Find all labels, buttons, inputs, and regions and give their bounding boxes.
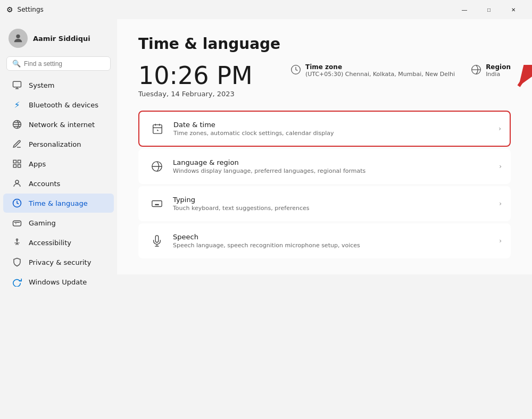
- svg-point-0: [16, 35, 20, 38]
- chevron-icon-typing: ›: [499, 200, 502, 207]
- time-info: Time zone (UTC+05:30) Chennai, Kolkata, …: [290, 63, 511, 78]
- bluetooth-icon: ⚡: [12, 99, 22, 110]
- main-wrapper: Time & language 10:26 PM Tuesday, 14 Feb…: [117, 19, 532, 419]
- sidebar-item-privacy-security[interactable]: Privacy & security: [3, 253, 114, 272]
- svg-rect-6: [18, 160, 21, 163]
- apps-icon: [12, 158, 22, 169]
- setting-desc-typing: Touch keyboard, text suggestions, prefer…: [173, 205, 499, 212]
- gaming-icon: [12, 217, 22, 228]
- region-icon: [471, 64, 481, 77]
- settings-list: Date & time Time zones, automatic clock …: [138, 111, 511, 258]
- main-content: Time & language 10:26 PM Tuesday, 14 Feb…: [117, 19, 532, 274]
- sidebar-item-network[interactable]: Network & internet: [3, 115, 114, 134]
- maximize-button[interactable]: □: [477, 1, 501, 18]
- sidebar-item-bluetooth[interactable]: ⚡ Bluetooth & devices: [3, 95, 114, 114]
- setting-title-speech: Speech: [173, 233, 499, 241]
- accessibility-icon: [12, 237, 22, 248]
- user-name: Aamir Siddiqui: [33, 35, 90, 43]
- sidebar-label-time-language: Time & language: [29, 199, 88, 207]
- setting-desc-speech: Speech language, speech recognition micr…: [173, 242, 499, 249]
- sidebar-label-bluetooth: Bluetooth & devices: [29, 101, 98, 109]
- window-title: Settings: [18, 6, 44, 13]
- title-bar: ⚙ Settings — □ ✕: [0, 0, 532, 19]
- minimize-button[interactable]: —: [452, 1, 477, 18]
- setting-card-speech[interactable]: Speech Speech language, speech recogniti…: [138, 223, 511, 258]
- timezone-value: (UTC+05:30) Chennai, Kolkata, Mumbai, Ne…: [305, 71, 455, 78]
- region-label: Region: [486, 63, 511, 71]
- chevron-icon-date-time: ›: [498, 125, 501, 132]
- svg-rect-8: [18, 165, 21, 167]
- sidebar-label-gaming: Gaming: [29, 219, 56, 227]
- close-button[interactable]: ✕: [501, 1, 526, 18]
- svg-rect-11: [13, 221, 21, 226]
- sidebar-item-personalization[interactable]: Personalization: [3, 135, 114, 154]
- language-region-icon: [147, 157, 167, 176]
- personalization-icon: [12, 139, 22, 149]
- svg-point-9: [15, 180, 19, 183]
- setting-card-language-region[interactable]: Language & region Windows display langua…: [138, 149, 511, 184]
- sidebar-item-accessibility[interactable]: Accessibility: [3, 233, 114, 252]
- system-icon: [12, 80, 22, 90]
- setting-title-date-time: Date & time: [173, 121, 498, 129]
- time-language-icon: [12, 198, 22, 208]
- page-title: Time & language: [138, 35, 511, 53]
- timezone-block: Time zone (UTC+05:30) Chennai, Kolkata, …: [290, 63, 455, 78]
- svg-point-12: [16, 239, 18, 240]
- setting-desc-date-time: Time zones, automatic clock settings, ca…: [173, 130, 498, 137]
- time-display: 10:26 PM Tuesday, 14 February, 2023: [138, 63, 253, 98]
- sidebar-label-accessibility: Accessibility: [29, 239, 71, 247]
- title-bar-left: ⚙ Settings: [6, 5, 44, 14]
- sidebar-label-accounts: Accounts: [29, 180, 60, 188]
- sidebar-nav: System ⚡ Bluetooth & devices Network & i…: [0, 75, 117, 292]
- svg-rect-7: [13, 165, 16, 167]
- typing-icon: [147, 194, 167, 213]
- sidebar-item-apps[interactable]: Apps: [3, 154, 114, 173]
- content-area: Aamir Siddiqui 🔍 System ⚡ Bluetooth & de…: [0, 19, 532, 419]
- date-value: Tuesday, 14 February, 2023: [138, 90, 253, 98]
- avatar: [9, 29, 28, 48]
- timezone-label: Time zone: [305, 63, 455, 71]
- accounts-icon: [12, 178, 22, 189]
- sidebar-item-gaming[interactable]: Gaming: [3, 213, 114, 232]
- settings-window: ⚙ Settings — □ ✕ Aamir Siddiqui 🔍: [0, 0, 532, 419]
- svg-rect-1: [13, 81, 21, 87]
- sidebar-label-system: System: [29, 81, 54, 89]
- windows-update-icon: [12, 276, 22, 287]
- setting-title-typing: Typing: [173, 196, 499, 204]
- network-icon: [12, 119, 22, 130]
- setting-card-typing[interactable]: Typing Touch keyboard, text suggestions,…: [138, 186, 511, 221]
- svg-rect-15: [153, 125, 162, 134]
- sidebar-label-privacy: Privacy & security: [29, 258, 91, 266]
- chevron-icon-speech: ›: [499, 237, 502, 245]
- setting-title-language: Language & region: [173, 158, 499, 166]
- svg-rect-5: [13, 160, 16, 163]
- setting-desc-language: Windows display language, preferred lang…: [173, 167, 499, 174]
- region-block: Region India: [471, 63, 511, 78]
- sidebar-label-apps: Apps: [29, 160, 46, 168]
- time-section: 10:26 PM Tuesday, 14 February, 2023 Time…: [138, 63, 511, 98]
- speech-icon: [147, 231, 167, 250]
- region-value: India: [486, 71, 511, 78]
- sidebar-item-time-language[interactable]: Time & language: [3, 194, 114, 213]
- sidebar-label-personalization: Personalization: [29, 140, 81, 148]
- sidebar-item-windows-update[interactable]: Windows Update: [3, 272, 114, 291]
- sidebar-label-windows-update: Windows Update: [29, 278, 87, 286]
- sidebar-label-network: Network & internet: [29, 121, 95, 129]
- title-bar-controls: — □ ✕: [452, 1, 526, 18]
- chevron-icon-language: ›: [499, 163, 502, 170]
- svg-rect-20: [152, 201, 162, 207]
- user-profile[interactable]: Aamir Siddiqui: [0, 23, 117, 56]
- sidebar-item-accounts[interactable]: Accounts: [3, 174, 114, 193]
- date-time-icon: [148, 119, 167, 138]
- sidebar: Aamir Siddiqui 🔍 System ⚡ Bluetooth & de…: [0, 19, 117, 419]
- setting-card-date-time[interactable]: Date & time Time zones, automatic clock …: [138, 111, 511, 147]
- sidebar-item-system[interactable]: System: [3, 76, 114, 95]
- timezone-icon: [290, 64, 301, 77]
- search-icon: 🔍: [12, 60, 21, 68]
- time-value: 10:26 PM: [138, 63, 253, 88]
- search-input[interactable]: [24, 60, 105, 68]
- privacy-icon: [12, 257, 22, 267]
- search-box[interactable]: 🔍: [6, 56, 111, 71]
